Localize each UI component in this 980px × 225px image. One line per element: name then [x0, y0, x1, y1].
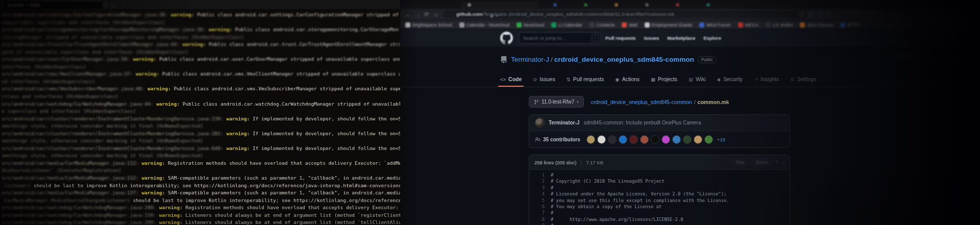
shield-icon[interactable]: ◈ [490, 12, 494, 18]
code-viewer[interactable]: 1#2# Copyright (C) 2018 The LineageOS Pr… [529, 170, 790, 225]
bookmark-item[interactable]: MEGA [738, 22, 759, 28]
line-number[interactable]: 4 [529, 191, 551, 197]
raw-button[interactable]: Raw [731, 159, 748, 166]
tab-insights[interactable]: ↗Insights [754, 76, 779, 87]
browser-tab[interactable] [461, 2, 538, 9]
code-text: # You may obtain a copy of the License a… [551, 204, 662, 210]
browser-tab-strip[interactable] [400, 0, 980, 9]
contributor-avatar[interactable] [683, 135, 692, 144]
extension-icon[interactable] [807, 11, 814, 17]
code-text: # [551, 210, 553, 216]
commit-message-link[interactable]: sdm845-common: Include prebuilt OnePlus … [583, 120, 701, 126]
bookmark-item[interactable]: Calendar - Nextcloud [459, 22, 510, 28]
bookmark-item[interactable]: Employment Grants [645, 22, 693, 28]
header-nav-pull-requests[interactable]: Pull requests [605, 35, 636, 41]
bookmark-item[interactable]: LG Wallet [766, 22, 793, 28]
tab-issues[interactable]: ⊙Issues [533, 76, 555, 87]
contributor-avatar[interactable] [597, 135, 606, 144]
settings-icon: ⚙ [790, 77, 795, 82]
github-logo-icon[interactable] [500, 32, 513, 44]
branch-selector-button[interactable]: 11.0-test-Rfw7 ▾ [529, 96, 584, 108]
bookmark-item[interactable]: LI Calendar [551, 22, 582, 28]
contributor-avatar[interactable] [704, 135, 713, 144]
contributor-avatar[interactable] [651, 135, 659, 144]
line-number[interactable]: 2 [529, 178, 551, 184]
browser-tab-favicon [615, 3, 618, 7]
tab-wiki[interactable]: ▤Wiki [689, 76, 706, 87]
line-number[interactable]: 1 [529, 172, 551, 178]
line-number[interactable]: 7 [529, 210, 551, 216]
terminal-line: src/android/car/watchdog/CarWatchdogMana… [2, 101, 400, 108]
tab-settings[interactable]: ⚙Settings [790, 76, 816, 87]
contributor-avatar[interactable] [608, 135, 617, 144]
star-button[interactable]: Star [942, 52, 960, 60]
line-number[interactable]: 8 [529, 216, 551, 222]
repo-owner-link[interactable]: Terminator-J [511, 56, 549, 63]
people-icon [535, 137, 541, 142]
browser-tab-favicon [468, 3, 471, 7]
browser-tab-favicon [645, 3, 649, 7]
bookmark-label: Nextcloud [524, 22, 544, 28]
contributor-avatar[interactable] [619, 135, 627, 144]
commit-box: Terminator-J sdm845-common: Include preb… [529, 114, 790, 148]
terminal-tab[interactable]: android — bash [3, 1, 104, 10]
repo-visibility-badge: Public [698, 56, 717, 63]
bookmark-item[interactable]: XDA Forums [800, 22, 833, 28]
address-bar[interactable]: ◈ ▪ github.com/Terminator-J/crdroid_devi… [443, 10, 807, 18]
github-search-input[interactable]: Search or jump to... / [519, 32, 601, 44]
contributor-avatar[interactable] [694, 135, 702, 144]
line-number[interactable]: 5 [529, 197, 551, 204]
header-nav-issues[interactable]: Issues [644, 35, 659, 41]
contributors-label[interactable]: 35 contributors [535, 137, 580, 142]
bookmark-item[interactable]: Nextcloud [517, 22, 544, 28]
blame-button[interactable]: Blame [751, 159, 772, 166]
reload-icon[interactable]: ⟳ [423, 10, 431, 19]
bookmark-item[interactable]: Contacts [590, 22, 615, 28]
extension-icon[interactable] [817, 11, 823, 17]
repo-name-link[interactable]: crdroid_device_oneplus_sdm845-common [554, 56, 694, 63]
breadcrumb-repo-link[interactable]: crdroid_device_oneplus_sdm845-common [591, 99, 692, 105]
bookmark-item[interactable]: Mail [622, 22, 638, 28]
tab-label: Actions [622, 76, 640, 82]
header-nav-explore[interactable]: Explore [703, 35, 721, 41]
bookmark-label: Employment Grants [652, 22, 693, 28]
bookmark-item[interactable]: MIUI Forum [699, 22, 731, 28]
header-nav-marketplace[interactable]: Marketplace [667, 35, 695, 41]
contributors-count: 35 contributors [543, 137, 580, 142]
terminal-tab-close-icon[interactable] [102, 2, 108, 8]
terminal-line: omething> style, otherwise consider mark… [2, 137, 400, 145]
commit-author-link[interactable]: Terminator-J [549, 120, 579, 126]
delete-icon[interactable]: ▯ [782, 160, 785, 165]
menu-icon[interactable] [826, 11, 832, 17]
contributor-avatar[interactable] [629, 135, 638, 144]
edit-icon[interactable]: ✎ [775, 160, 779, 165]
forward-icon[interactable]: → [413, 10, 422, 19]
commit-author-avatar[interactable] [535, 118, 545, 128]
bookmark-item[interactable]: Brightspace School [405, 22, 452, 28]
line-number[interactable]: 6 [529, 204, 551, 210]
home-icon[interactable]: ⌂ [432, 10, 440, 19]
tab-pull-requests[interactable]: ⇅Pull requests [567, 76, 604, 87]
contributor-avatar[interactable] [586, 135, 595, 144]
tab-security[interactable]: ◆Security [717, 76, 743, 87]
terminal-line: src/android/car/cluster/renderer/Instrum… [2, 145, 400, 153]
extension-icon[interactable] [798, 11, 805, 17]
contributor-avatar[interactable] [640, 135, 649, 144]
contributors-more-link[interactable]: +15 [717, 137, 725, 142]
line-number[interactable]: 3 [529, 185, 551, 191]
contributor-avatar[interactable] [672, 135, 681, 144]
fork-button[interactable]: Fork [919, 52, 938, 60]
repo-icon [500, 56, 507, 63]
terminal-line: interfaces [HiddenSuperclass] [2, 63, 400, 71]
actions-icon: ◉ [615, 77, 619, 82]
bookmark-item[interactable]: IFTTT [840, 22, 860, 28]
tab-projects[interactable]: ▦Projects [651, 76, 677, 87]
watch-button[interactable]: Watch [893, 52, 915, 60]
bookmark-favicon [622, 22, 627, 28]
back-icon[interactable]: ← [404, 10, 412, 19]
line-number[interactable]: 9 [529, 222, 551, 225]
terminal-new-tab-icon[interactable] [110, 2, 116, 8]
contributor-avatar[interactable] [662, 135, 670, 144]
tab-code[interactable]: <>Code [500, 76, 522, 87]
tab-actions[interactable]: ◉Actions [615, 76, 640, 87]
